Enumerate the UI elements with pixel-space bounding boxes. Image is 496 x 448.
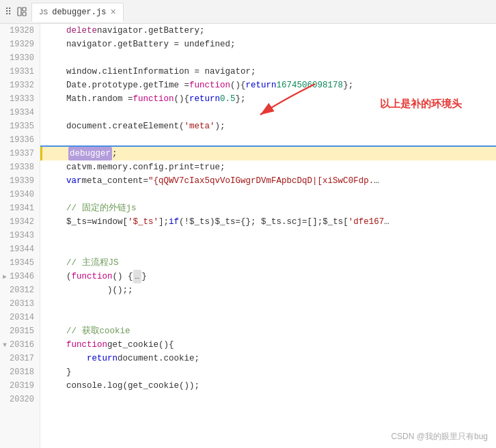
code-line-20312: )();; bbox=[40, 283, 496, 297]
code-line-19337: debugger; bbox=[40, 147, 496, 160]
ln-19337: 19337 bbox=[0, 147, 40, 160]
code-line-19328: delete navigator.getBattery; bbox=[40, 24, 496, 38]
line-numbers: 19328 19329 19330 19331 19332 19333 1933… bbox=[0, 24, 40, 448]
code-line-20318: } bbox=[40, 365, 496, 379]
ln-19332: 19332 bbox=[0, 79, 40, 92]
ln-19340: 19340 bbox=[0, 188, 40, 201]
code-line-19330 bbox=[40, 51, 496, 65]
editor-area: 19328 19329 19330 19331 19332 19333 1933… bbox=[0, 24, 496, 448]
ln-19338: 19338 bbox=[0, 160, 40, 174]
ln-20320: 20320 bbox=[0, 393, 40, 406]
ln-19334: 19334 bbox=[0, 106, 40, 120]
fold-arrow-19346[interactable]: ▶ bbox=[0, 272, 7, 281]
ln-19335: 19335 bbox=[0, 120, 40, 133]
ln-20314: 20314 bbox=[0, 311, 40, 324]
ln-20318: 20318 bbox=[0, 365, 40, 379]
tab-bar-icons: ⠿ bbox=[3, 6, 27, 17]
layout-icon[interactable] bbox=[16, 6, 27, 17]
code-line-19335: document.createElement('meta'); bbox=[40, 120, 496, 133]
ln-20319: 20319 bbox=[0, 379, 40, 393]
ln-19346: ▶ 19346 bbox=[0, 270, 40, 283]
ln-20312: 20312 bbox=[0, 283, 40, 297]
tab-bar: ⠿ JS debugger.js × bbox=[0, 0, 496, 24]
code-line-19341: // 固定的外链js bbox=[40, 201, 496, 215]
code-line-19342: $_ts=window['$_ts'];if(!$_ts)$_ts={}; $_… bbox=[40, 215, 496, 229]
code-line-19343 bbox=[40, 229, 496, 242]
tab-close-button[interactable]: × bbox=[110, 8, 115, 17]
ln-19345: 19345 bbox=[0, 256, 40, 270]
ln-20313: 20313 bbox=[0, 297, 40, 311]
code-line-19340 bbox=[40, 188, 496, 201]
code-line-19333: Math.random = function(){return 0.5}; bbox=[40, 92, 496, 106]
code-line-19344 bbox=[40, 242, 496, 256]
fold-arrow-20316[interactable]: ▼ bbox=[0, 341, 7, 349]
ln-20316: ▼ 20316 bbox=[0, 338, 40, 352]
code-line-20319: console.log(get_cookie()); bbox=[40, 379, 496, 393]
debugger-keyword: debugger bbox=[68, 147, 112, 160]
code-line-19345: // 主流程JS bbox=[40, 256, 496, 270]
code-line-19336 bbox=[40, 133, 496, 147]
ln-19333: 19333 bbox=[0, 92, 40, 106]
code-line-19339: var meta_content="{qQWV7cIax5qvVoIGwgrDV… bbox=[40, 174, 496, 188]
ln-20317: 20317 bbox=[0, 352, 40, 365]
ln-19342: 19342 bbox=[0, 215, 40, 229]
ln-19344: 19344 bbox=[0, 242, 40, 256]
svg-rect-0 bbox=[18, 8, 21, 16]
svg-rect-1 bbox=[23, 8, 26, 11]
code-line-19332: Date.prototype.getTime = function(){retu… bbox=[40, 79, 496, 92]
code-line-20315: // 获取cookie bbox=[40, 324, 496, 338]
ln-20315: 20315 bbox=[0, 324, 40, 338]
ln-19331: 19331 bbox=[0, 65, 40, 79]
ln-19341: 19341 bbox=[0, 201, 40, 215]
code-line-19346: (function() {…} bbox=[40, 270, 496, 283]
code-line-19334 bbox=[40, 106, 496, 120]
ln-19330: 19330 bbox=[0, 51, 40, 65]
ln-19336: 19336 bbox=[0, 133, 40, 147]
code-line-20320 bbox=[40, 393, 496, 406]
code-line-19338: catvm.memory.config.print=true; bbox=[40, 160, 496, 174]
watermark: CSDN @我的眼里只有bug bbox=[391, 431, 488, 443]
svg-rect-2 bbox=[23, 12, 26, 16]
tab-label: debugger.js bbox=[52, 8, 106, 17]
code-line-20313 bbox=[40, 297, 496, 311]
code-content: delete navigator.getBattery; navigator.g… bbox=[40, 24, 496, 448]
code-line-20316: function get_cookie(){ bbox=[40, 338, 496, 352]
ln-19343: 19343 bbox=[0, 229, 40, 242]
ln-19329: 19329 bbox=[0, 38, 40, 51]
code-line-20317: return document.cookie; bbox=[40, 352, 496, 365]
ln-19339: 19339 bbox=[0, 174, 40, 188]
ln-19328: 19328 bbox=[0, 24, 40, 38]
code-line-19331: window.clientInformation = navigator; bbox=[40, 65, 496, 79]
debugger-js-tab[interactable]: JS debugger.js × bbox=[31, 3, 124, 22]
code-line-19329: navigator.getBattery = undefined; bbox=[40, 38, 496, 51]
code-line-20314 bbox=[40, 311, 496, 324]
sidebar-toggle-icon[interactable]: ⠿ bbox=[3, 6, 14, 17]
js-file-icon: JS bbox=[39, 8, 48, 16]
